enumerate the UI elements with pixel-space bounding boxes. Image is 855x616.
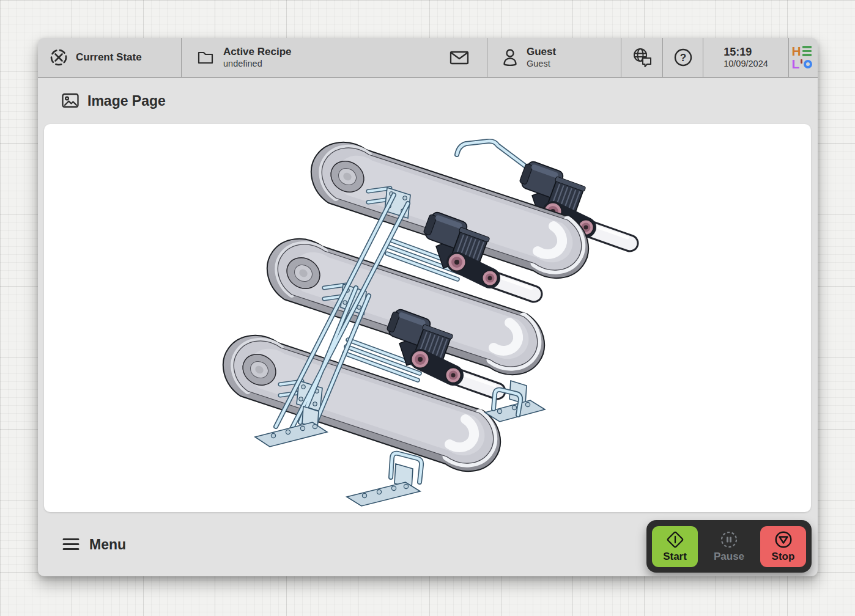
machine-illustration xyxy=(44,124,811,512)
menu-button[interactable]: Menu xyxy=(62,536,126,552)
stop-icon xyxy=(774,530,793,549)
user-role: Guest xyxy=(527,59,556,69)
clock-time: 15:19 xyxy=(724,46,768,59)
hamburger-icon xyxy=(62,538,80,551)
stop-button[interactable]: Stop xyxy=(760,526,806,567)
user-button[interactable]: Guest Guest xyxy=(487,38,621,77)
mail-icon[interactable] xyxy=(449,48,470,67)
image-icon xyxy=(61,92,80,109)
start-button[interactable]: Start xyxy=(652,526,698,567)
pause-label: Pause xyxy=(714,551,744,563)
helio-logo: H L xyxy=(789,38,817,77)
footer-bar: Menu Start xyxy=(38,512,818,576)
logo-apostrophe xyxy=(801,59,802,64)
page-title: Image Page xyxy=(87,93,166,109)
page-title-row: Image Page xyxy=(38,78,818,124)
globe-chat-icon xyxy=(631,46,654,68)
current-state-label: Current State xyxy=(76,51,142,64)
logo-letter-l: L xyxy=(792,57,800,70)
image-panel xyxy=(44,124,811,512)
language-button[interactable] xyxy=(621,38,663,77)
help-button[interactable]: ? xyxy=(663,38,703,77)
start-label: Start xyxy=(663,551,687,563)
current-state-button[interactable]: Current State xyxy=(38,38,182,77)
state-icon xyxy=(49,48,68,67)
user-name: Guest xyxy=(527,46,556,58)
pause-icon xyxy=(720,530,738,549)
hmi-window: Current State Active Recipe undefined xyxy=(38,38,818,576)
machine-control-bar: Start Pause xyxy=(646,520,812,573)
help-icon: ? xyxy=(673,47,694,68)
stop-label: Stop xyxy=(772,551,795,563)
menu-label: Menu xyxy=(89,536,126,552)
top-bar: Current State Active Recipe undefined xyxy=(38,38,818,78)
svg-text:?: ? xyxy=(679,52,686,64)
active-recipe-value: undefined xyxy=(223,59,292,69)
start-icon xyxy=(666,530,684,549)
clock-section: 15:19 10/09/2024 xyxy=(703,38,789,77)
logo-letter-e-bars xyxy=(802,46,815,56)
clock-date: 10/09/2024 xyxy=(724,59,768,69)
pause-button[interactable]: Pause xyxy=(703,526,755,567)
active-recipe-title: Active Recipe xyxy=(223,46,292,58)
active-recipe-section[interactable]: Active Recipe undefined xyxy=(182,38,487,77)
folder-icon xyxy=(196,48,215,67)
user-icon xyxy=(501,47,519,68)
logo-letter-o xyxy=(804,60,812,68)
logo-letter-h: H xyxy=(792,45,802,57)
